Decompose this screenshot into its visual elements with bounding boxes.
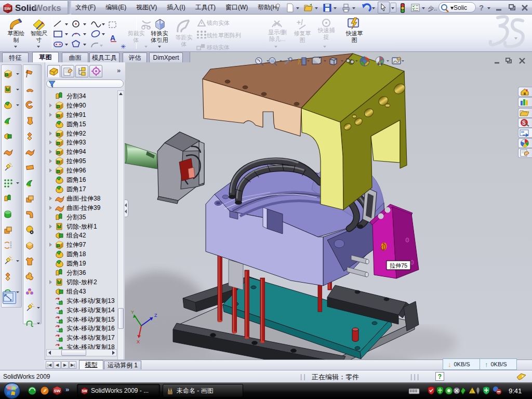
svg-text:!: !	[471, 389, 472, 394]
svg-text:✳: ✳	[121, 43, 126, 50]
svg-text:S: S	[522, 120, 526, 126]
svg-text:SW: SW	[54, 389, 61, 393]
svg-text:X: X	[137, 339, 140, 344]
svg-text:SW: SW	[4, 6, 11, 11]
svg-text:A: A	[110, 34, 115, 42]
svg-text:Works: Works	[34, 3, 61, 13]
svg-text:Solid: Solid	[15, 3, 37, 13]
svg-text:+/: +/	[297, 18, 303, 26]
svg-text:Z: Z	[154, 313, 157, 318]
svg-text:Y: Y	[131, 310, 134, 315]
svg-text:拉伸75: 拉伸75	[390, 262, 407, 269]
svg-text:SW: SW	[82, 389, 88, 393]
